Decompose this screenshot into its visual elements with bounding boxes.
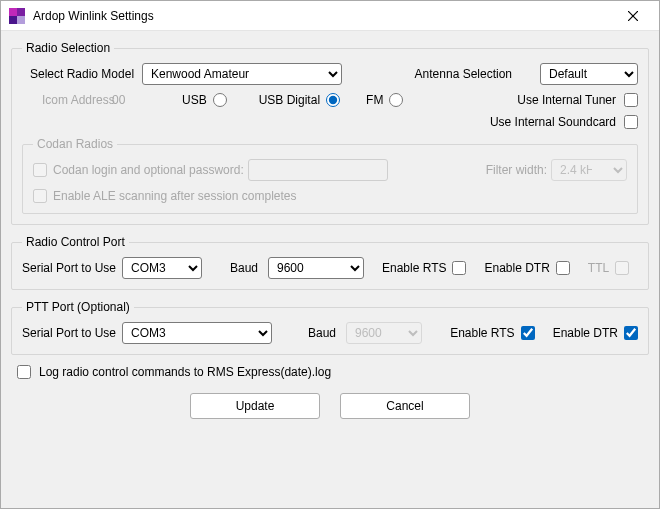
codan-login-checkbox	[33, 163, 47, 177]
internal-soundcard-checkbox[interactable]	[624, 115, 638, 129]
control-dtr-label: Enable DTR	[484, 261, 549, 275]
codan-login-label: Codan login and optional password:	[53, 163, 244, 177]
client-area: Radio Selection Select Radio Model Kenwo…	[1, 31, 659, 429]
icom-address-value: 00	[112, 93, 152, 107]
cancel-button[interactable]: Cancel	[340, 393, 470, 419]
svg-rect-2	[9, 16, 17, 24]
window-title: Ardop Winlink Settings	[33, 9, 613, 23]
codan-legend: Codan Radios	[33, 137, 117, 151]
codan-ale-label: Enable ALE scanning after session comple…	[53, 189, 296, 203]
control-serial-select[interactable]: COM3	[122, 257, 202, 279]
ptt-dtr-checkbox[interactable]	[624, 326, 638, 340]
close-button[interactable]	[613, 2, 653, 30]
codan-login-input	[248, 159, 388, 181]
control-baud-label: Baud	[230, 261, 268, 275]
control-ttl-label: TTL	[588, 261, 609, 275]
radio-selection-group: Radio Selection Select Radio Model Kenwo…	[11, 41, 649, 225]
internal-soundcard-label: Use Internal Soundcard	[490, 115, 616, 129]
codan-group: Codan Radios Codan login and optional pa…	[22, 137, 638, 214]
log-label: Log radio control commands to RMS Expres…	[39, 365, 331, 379]
mode-fm-option[interactable]: FM	[366, 93, 403, 107]
ptt-rts-checkbox[interactable]	[521, 326, 535, 340]
mode-usb-digital-option[interactable]: USB Digital	[259, 93, 340, 107]
control-dtr-checkbox[interactable]	[556, 261, 570, 275]
ptt-serial-label: Serial Port to Use	[22, 326, 122, 340]
ptt-serial-select[interactable]: COM3	[122, 322, 272, 344]
mode-usb-option[interactable]: USB	[182, 93, 227, 107]
ptt-port-group: PTT Port (Optional) Serial Port to Use C…	[11, 300, 649, 355]
internal-tuner-label: Use Internal Tuner	[517, 93, 616, 107]
internal-tuner-checkbox[interactable]	[624, 93, 638, 107]
radio-mode-group: USB USB Digital FM	[182, 93, 415, 107]
radio-model-label: Select Radio Model	[22, 67, 142, 81]
ptt-dtr-label: Enable DTR	[553, 326, 618, 340]
update-button[interactable]: Update	[190, 393, 320, 419]
mode-fm-radio[interactable]	[389, 93, 403, 107]
ptt-rts-label: Enable RTS	[450, 326, 514, 340]
filter-width-select: 2.4 kHz	[551, 159, 627, 181]
mode-usb-digital-radio[interactable]	[326, 93, 340, 107]
ptt-port-legend: PTT Port (Optional)	[22, 300, 134, 314]
control-rts-checkbox[interactable]	[452, 261, 466, 275]
filter-width-label: Filter width:	[486, 163, 547, 177]
mode-usb-radio[interactable]	[213, 93, 227, 107]
control-ttl-checkbox	[615, 261, 629, 275]
control-port-group: Radio Control Port Serial Port to Use CO…	[11, 235, 649, 290]
app-icon	[9, 8, 25, 24]
close-icon	[628, 11, 638, 21]
titlebar: Ardop Winlink Settings	[1, 1, 659, 31]
settings-window: Ardop Winlink Settings Radio Selection S…	[0, 0, 660, 509]
radio-model-select[interactable]: Kenwood Amateur	[142, 63, 342, 85]
radio-selection-legend: Radio Selection	[22, 41, 114, 55]
ptt-baud-label: Baud	[308, 326, 346, 340]
icom-address-label: Icom Address	[22, 93, 112, 107]
antenna-label: Antenna Selection	[415, 67, 512, 81]
control-serial-label: Serial Port to Use	[22, 261, 122, 275]
log-checkbox[interactable]	[17, 365, 31, 379]
control-port-legend: Radio Control Port	[22, 235, 129, 249]
dialog-buttons: Update Cancel	[11, 393, 649, 419]
codan-ale-checkbox	[33, 189, 47, 203]
svg-rect-1	[17, 8, 25, 16]
antenna-select[interactable]: Default	[540, 63, 638, 85]
control-rts-label: Enable RTS	[382, 261, 446, 275]
svg-rect-3	[17, 16, 25, 24]
svg-rect-0	[9, 8, 17, 16]
control-baud-select[interactable]: 9600	[268, 257, 364, 279]
ptt-baud-select: 9600	[346, 322, 422, 344]
